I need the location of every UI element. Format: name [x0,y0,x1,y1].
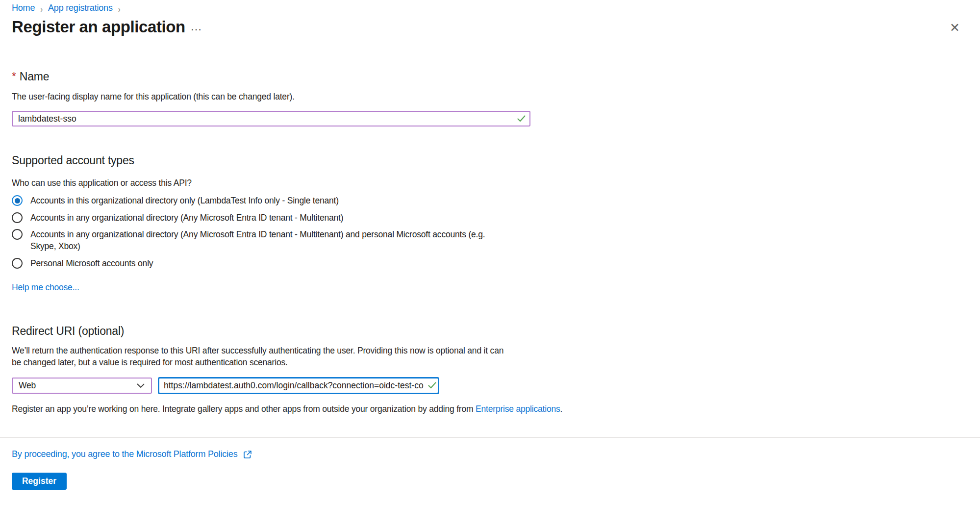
page-title: Register an application [12,18,185,36]
breadcrumb-home-link[interactable]: Home [12,3,35,13]
name-input-container [12,111,530,126]
redirect-uri-input-container [158,377,439,394]
radio-option-label: Accounts in any organizational directory… [30,212,343,224]
more-options-icon[interactable]: … [190,20,202,33]
radio-option-multitenant[interactable]: Accounts in any organizational directory… [12,212,343,224]
external-link-icon[interactable] [243,450,252,459]
required-marker: * [12,70,16,83]
radio-button-icon [12,212,23,223]
platform-select-value: Web [19,380,36,391]
breadcrumb-separator-icon: › [40,2,43,14]
enterprise-apps-note: Register an app you’re working on here. … [12,404,562,414]
name-label: *Name [12,70,49,83]
chevron-down-icon [137,383,145,388]
close-icon[interactable]: ✕ [950,22,960,34]
note-suffix: . [560,404,563,414]
enterprise-applications-link[interactable]: Enterprise applications [476,404,560,414]
name-description: The user-facing display name for this ap… [12,91,295,102]
name-input[interactable] [12,111,530,126]
policy-row: By proceeding, you agree to the Microsof… [12,449,252,459]
radio-button-icon [12,195,23,206]
radio-option-personal-only[interactable]: Personal Microsoft accounts only [12,257,153,269]
radio-button-icon [12,258,23,269]
breadcrumb-app-registrations-link[interactable]: App registrations [48,3,113,13]
platform-select[interactable]: Web [12,378,152,394]
radio-option-label: Personal Microsoft accounts only [30,257,153,269]
radio-option-label: Accounts in this organizational director… [30,195,339,206]
account-types-heading: Supported account types [12,154,134,167]
radio-button-icon [12,229,23,240]
breadcrumb-separator-icon: › [118,2,121,14]
radio-option-single-tenant[interactable]: Accounts in this organizational director… [12,195,339,206]
redirect-uri-description: We’ll return the authentication response… [12,345,512,368]
radio-option-multitenant-personal[interactable]: Accounts in any organizational directory… [12,228,501,252]
redirect-uri-input[interactable] [158,377,439,394]
account-types-question: Who can use this application or access t… [12,177,192,189]
breadcrumb: Home › App registrations › [12,3,120,13]
redirect-uri-heading: Redirect URI (optional) [12,325,124,338]
register-button[interactable]: Register [12,473,67,490]
note-text: Register an app you’re working on here. … [12,404,476,414]
footer-divider [0,437,980,438]
platform-policies-link[interactable]: By proceeding, you agree to the Microsof… [12,449,237,459]
radio-option-label: Accounts in any organizational directory… [30,228,501,252]
help-me-choose-link[interactable]: Help me choose... [12,282,79,293]
